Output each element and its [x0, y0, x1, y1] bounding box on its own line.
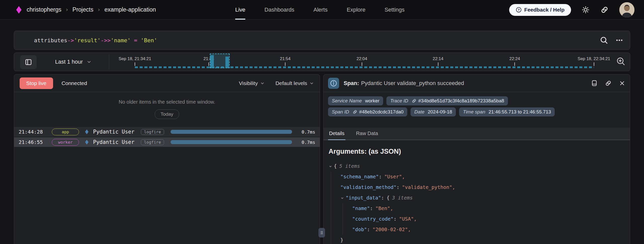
ellipsis-icon	[615, 36, 623, 44]
span-title-text: Pydantic User validate_python succeeded	[361, 80, 464, 86]
json-colon: :	[367, 224, 370, 235]
connection-status: Connected	[62, 80, 87, 86]
dock-panel-button[interactable]	[591, 80, 598, 87]
copy-span-link-button[interactable]	[605, 80, 612, 87]
link-icon	[352, 109, 357, 114]
json-key: "name"	[352, 203, 370, 214]
span-details-panel: Span:Pydantic User validate_python succe…	[323, 74, 630, 244]
visibility-dropdown[interactable]: Visibility	[239, 80, 265, 86]
json-entry: "name":"Ben",	[352, 203, 625, 214]
query-more-button[interactable]	[615, 36, 623, 44]
query-bar[interactable]: attributes->'result'->>'name' = 'Ben'	[14, 31, 630, 50]
json-colon: :	[370, 203, 373, 214]
timeline-tick: Sep 18, 21:34:21	[118, 56, 151, 66]
arguments-heading: Arguments: (as JSON)	[329, 148, 625, 155]
tab-explore[interactable]: Explore	[347, 0, 366, 20]
timeline-selection[interactable]	[210, 54, 230, 68]
span-metadata: Service Name worker Trace ID #34bd8e51d7…	[324, 92, 630, 116]
panel-resize-handle[interactable]	[318, 228, 325, 237]
json-root-line[interactable]: { 5 items	[329, 161, 625, 172]
json-colon: :	[379, 172, 382, 182]
json-key: "input_data"	[346, 193, 381, 203]
breadcrumb-project[interactable]: example-application	[104, 6, 156, 13]
sidebar-layout-icon	[25, 58, 32, 66]
chip-value: worker	[365, 98, 379, 104]
stop-live-button[interactable]: Stop live	[20, 77, 53, 89]
chip-label: Time span	[463, 109, 485, 115]
dots-grid-icon	[319, 229, 324, 236]
theme-toggle-button[interactable]	[582, 6, 590, 14]
zoom-in-icon	[616, 56, 626, 66]
json-entry: "schema_name":"User",	[340, 172, 625, 182]
query-token-operator: ->>	[101, 37, 111, 44]
span-row[interactable]: 21:44:28 app Pydantic User logfire 0.7ms	[14, 127, 320, 137]
tab-details[interactable]: Details	[328, 128, 345, 140]
tick-label: 22:14	[433, 56, 444, 61]
collapse-icon[interactable]	[340, 196, 344, 200]
share-link-button[interactable]	[600, 6, 609, 14]
chip-label: Span ID	[332, 109, 349, 115]
json-key: "country_code"	[352, 214, 393, 224]
json-brace: }	[340, 235, 343, 244]
span-id-chip[interactable]: Span ID #48eb2cdcdc317da0	[328, 107, 407, 116]
default-levels-dropdown[interactable]: Default levels	[275, 80, 314, 86]
feedback-help-button[interactable]: ? Feedback / Help	[509, 4, 571, 16]
today-button[interactable]: Today	[155, 109, 179, 119]
query-token-string: 'name'	[111, 37, 131, 44]
tab-live[interactable]: Live	[235, 0, 245, 20]
timeline-zoom-button[interactable]	[616, 56, 626, 66]
info-badge	[328, 78, 339, 89]
timeline-activity-line	[135, 66, 594, 68]
service-name-chip[interactable]: Service Name worker	[328, 96, 383, 105]
date-chip[interactable]: Date 2024-09-18	[411, 107, 456, 116]
json-entry-object[interactable]: "input_data":{3 items	[340, 193, 625, 203]
time-span-chip[interactable]: Time span 21:46:55.713 to 21:46:55.713	[459, 107, 555, 116]
query-token-attribute: attributes	[34, 37, 67, 44]
chip-label: Trace ID	[390, 98, 408, 104]
collapse-icon[interactable]	[329, 165, 332, 168]
tick-label: 22:24	[509, 56, 520, 61]
main-nav: Live Dashboards Alerts Explore Settings	[235, 0, 405, 20]
json-value: "Ben",	[375, 203, 393, 214]
tab-raw-data[interactable]: Raw Data	[355, 128, 379, 140]
tab-alerts[interactable]: Alerts	[313, 0, 328, 20]
time-range-dropdown[interactable]: Last 1 hour	[55, 53, 92, 71]
query-token-string: 'Ben'	[141, 37, 157, 44]
chevron-down-icon	[260, 81, 265, 86]
json-brace: {	[387, 193, 390, 203]
avatar-photo	[619, 2, 634, 17]
breadcrumb-org[interactable]: christophergs	[27, 6, 61, 13]
logfire-logo-icon[interactable]	[16, 6, 22, 14]
json-value: "User",	[384, 172, 405, 182]
top-bar: christophergs Projects example-applicati…	[0, 0, 644, 20]
close-details-button[interactable]	[619, 80, 625, 87]
json-close-line: }	[340, 235, 625, 244]
span-row[interactable]: 21:46:55 worker Pydantic User logfire 0.…	[14, 137, 320, 147]
tab-dashboards[interactable]: Dashboards	[264, 0, 294, 20]
query-token-operator: =	[131, 37, 141, 44]
timeline-track[interactable]: Sep 18, 21:34:21 21:44 21:54 22:04 22:14…	[110, 53, 614, 71]
run-search-button[interactable]	[600, 36, 608, 45]
json-colon: :	[393, 214, 396, 224]
chip-label: Service Name	[332, 98, 362, 104]
default-levels-label: Default levels	[275, 80, 307, 86]
topbar-actions: ? Feedback / Help	[509, 0, 634, 20]
user-avatar[interactable]	[619, 2, 634, 17]
json-entry: "validation_method":"validate_python",	[340, 182, 625, 193]
trace-id-chip[interactable]: Trace ID #34bd8e51d73c3f4c8a189b72338a5b…	[386, 96, 508, 105]
json-colon: :	[396, 182, 399, 193]
timeline-divider	[109, 54, 109, 69]
breadcrumb-section[interactable]: Projects	[72, 6, 93, 13]
sidebar-toggle-button[interactable]	[20, 55, 37, 69]
query-input[interactable]: attributes->'result'->>'name' = 'Ben'	[21, 31, 157, 50]
json-value: "USA",	[399, 214, 417, 224]
chip-value: 2024-09-18	[428, 109, 452, 115]
service-tag[interactable]: worker	[52, 139, 79, 146]
json-colon: :	[381, 193, 384, 203]
tab-settings[interactable]: Settings	[385, 0, 405, 20]
json-tree: { 5 items "schema_name":"User", "validat…	[329, 161, 625, 244]
span-diamond-icon	[85, 139, 89, 145]
json-key: "validation_method"	[340, 182, 396, 193]
query-token-operator: ->	[67, 37, 74, 44]
service-tag[interactable]: app	[52, 129, 79, 135]
